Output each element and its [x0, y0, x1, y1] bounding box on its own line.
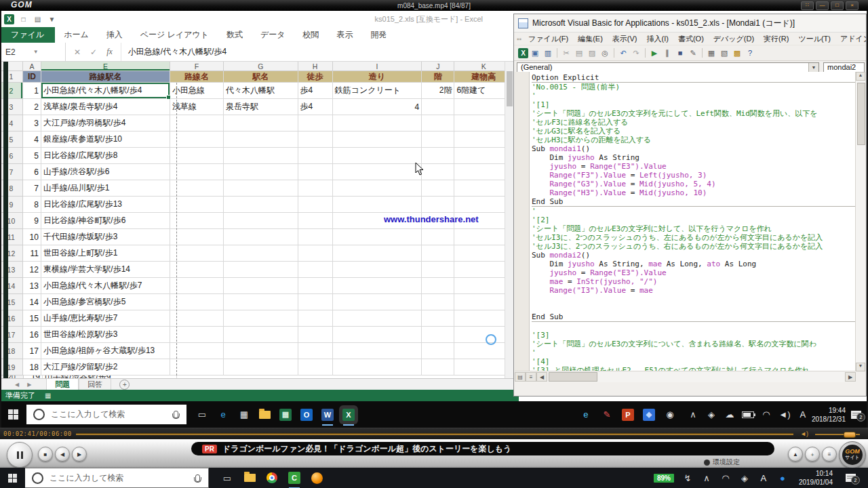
cell-A2[interactable]: 1 — [23, 83, 41, 99]
column-header-A[interactable]: A — [23, 62, 41, 71]
task-view-icon[interactable]: ▭ — [221, 472, 233, 484]
code-line[interactable]: ' — [532, 207, 856, 216]
scrollbar-thumb[interactable] — [507, 71, 513, 106]
cell-J4[interactable] — [422, 115, 454, 131]
microphone-icon[interactable] — [195, 474, 200, 482]
seek-bar[interactable] — [76, 434, 793, 435]
cell-A3[interactable]: 2 — [23, 99, 41, 115]
code-line[interactable]: Sub mondai1() — [532, 144, 856, 153]
minimize-icon[interactable]: — — [816, 1, 829, 10]
cell-H13[interactable] — [298, 262, 333, 278]
cell-J1[interactable]: 階 — [422, 71, 454, 83]
tray-chevron-icon[interactable]: ∧ — [687, 409, 699, 421]
code-line[interactable]: 'No.0015 - 問題(前半) — [532, 83, 856, 92]
cell-G13[interactable] — [224, 262, 298, 278]
cell-G15[interactable] — [224, 294, 298, 310]
cell-J15[interactable] — [422, 294, 454, 310]
cell-G19[interactable] — [224, 359, 298, 375]
cell-F4[interactable] — [170, 115, 224, 131]
cell-J12[interactable] — [422, 245, 454, 262]
ribbon-tab-1[interactable]: ホーム — [55, 27, 98, 43]
cell-I3[interactable]: 4 — [333, 99, 422, 115]
gom-player-icon[interactable] — [311, 472, 323, 484]
cell-A10[interactable]: 9 — [23, 213, 41, 229]
cell-G5[interactable] — [224, 131, 298, 148]
cell-F16[interactable] — [170, 310, 224, 327]
code-line[interactable]: Dim jyusho As String, mae As Long, ato A… — [532, 260, 856, 268]
cell-E15[interactable]: 小田急線/参宮橋駅/歩5 — [41, 294, 170, 310]
code-line[interactable]: 'セルJ3に、2つのスラッシュのうち、右にあるものが左から何文字目にあるかを記入 — [532, 242, 856, 251]
code-line[interactable]: 'セルF3に路線名を記入する — [532, 118, 856, 127]
green-app-icon[interactable]: ▦ — [279, 409, 292, 421]
code-line[interactable]: 'シート「問題」のセルE3の文字列を元にして、Left関数、Mid関数を用い、以… — [532, 109, 856, 118]
cell-I9[interactable] — [333, 197, 422, 213]
cell-A11[interactable]: 10 — [23, 229, 41, 245]
code-line[interactable]: ' — [532, 348, 856, 357]
column-header-F[interactable]: F — [170, 62, 224, 71]
cell-G14[interactable] — [224, 278, 298, 294]
cell-E12[interactable]: 世田谷線/上町駅/歩1 — [41, 245, 170, 262]
scrollbar-thumb[interactable] — [857, 83, 865, 145]
file-explorer-icon[interactable] — [259, 411, 271, 419]
sheet-nav-right-icon[interactable]: ▶ — [24, 382, 34, 388]
cell-H11[interactable] — [298, 229, 333, 245]
tray-chevron-icon[interactable]: ∧ — [701, 472, 713, 484]
cell-J13[interactable] — [422, 262, 454, 278]
cell-F6[interactable] — [170, 148, 224, 164]
battery-indicator[interactable]: 89% — [654, 474, 674, 483]
wifi-icon[interactable]: ◠ — [760, 409, 772, 421]
start-button[interactable] — [8, 409, 18, 420]
cell-F18[interactable] — [170, 343, 224, 359]
cell-G10[interactable] — [224, 213, 298, 229]
cell-J5[interactable] — [422, 131, 454, 148]
cell-G16[interactable] — [224, 310, 298, 327]
table-icon[interactable]: ▤ — [33, 14, 43, 24]
cell-F15[interactable] — [170, 294, 224, 310]
word-icon[interactable]: W — [321, 409, 334, 421]
name-box-dropdown-icon[interactable]: ▼ — [33, 49, 39, 55]
cell-I12[interactable] — [333, 245, 422, 262]
open-file-button[interactable]: ＋ — [805, 447, 820, 462]
cell-H16[interactable] — [298, 310, 333, 327]
cell-E2[interactable]: 小田急線/代々木八幡駅/歩4 — [41, 83, 170, 99]
cell-J7[interactable] — [422, 164, 454, 180]
cell-G11[interactable] — [224, 229, 298, 245]
cell-A5[interactable]: 4 — [23, 131, 41, 148]
object-browser-icon[interactable]: ▩ — [731, 47, 743, 59]
code-line[interactable]: ' — [532, 92, 856, 100]
vba-menu-item[interactable]: ツール(T) — [794, 34, 835, 44]
microphone-icon[interactable] — [174, 411, 178, 418]
ribbon-tab-4[interactable]: 数式 — [218, 27, 252, 43]
code-line[interactable]: Sub mondai2() — [532, 251, 856, 260]
cell-I19[interactable] — [333, 359, 422, 375]
cell-G6[interactable] — [224, 148, 298, 164]
code-line[interactable] — [532, 295, 856, 304]
start-button[interactable] — [8, 474, 17, 483]
save-icon[interactable]: ▥ — [542, 47, 554, 59]
formula-bar-content[interactable]: 小田急線/代々木八幡駅/歩4 — [121, 46, 226, 58]
cell-A17[interactable]: 16 — [23, 327, 41, 343]
insert-function-icon[interactable]: fx — [106, 47, 113, 57]
cell-H4[interactable] — [298, 115, 333, 131]
sheet-tab-問題[interactable]: 問題 — [46, 379, 79, 390]
scroll-up-icon[interactable]: ▲ — [856, 72, 865, 81]
code-line[interactable]: 'シート「問題」のセルE3の文字列について、含まれる路線名、駅名の文字数に関わ — [532, 340, 856, 348]
gom-titlebar[interactable]: GOM m084_base.mp4 [84/87] ∷—□× — [0, 0, 868, 11]
cell-A1[interactable]: ID — [23, 71, 41, 83]
cell-A14[interactable]: 13 — [23, 278, 41, 294]
code-line[interactable]: Range("H3").Value = Mid(jyusho, 10) — [532, 188, 856, 197]
cell-F19[interactable] — [170, 359, 224, 375]
recorded-search-box[interactable]: ここに入力して検索 — [26, 405, 186, 424]
cell-H7[interactable] — [298, 164, 333, 180]
code-line[interactable]: End Sub — [532, 197, 856, 207]
paste-icon[interactable]: ▨ — [586, 47, 598, 59]
vba-menu-item[interactable]: デバッグ(D) — [709, 34, 758, 44]
project-explorer-icon[interactable]: ▦ — [705, 47, 717, 59]
cell-E10[interactable]: 日比谷線/神谷町駅/歩6 — [41, 213, 170, 229]
cell-H2[interactable]: 歩4 — [298, 83, 333, 99]
stop-icon[interactable]: ■ — [674, 47, 686, 59]
code-line[interactable]: '[1] — [532, 100, 856, 109]
cell-J18[interactable] — [422, 343, 454, 359]
action-center-icon[interactable]: 2 — [851, 411, 861, 419]
scroll-right-icon[interactable]: ▶ — [845, 372, 856, 382]
